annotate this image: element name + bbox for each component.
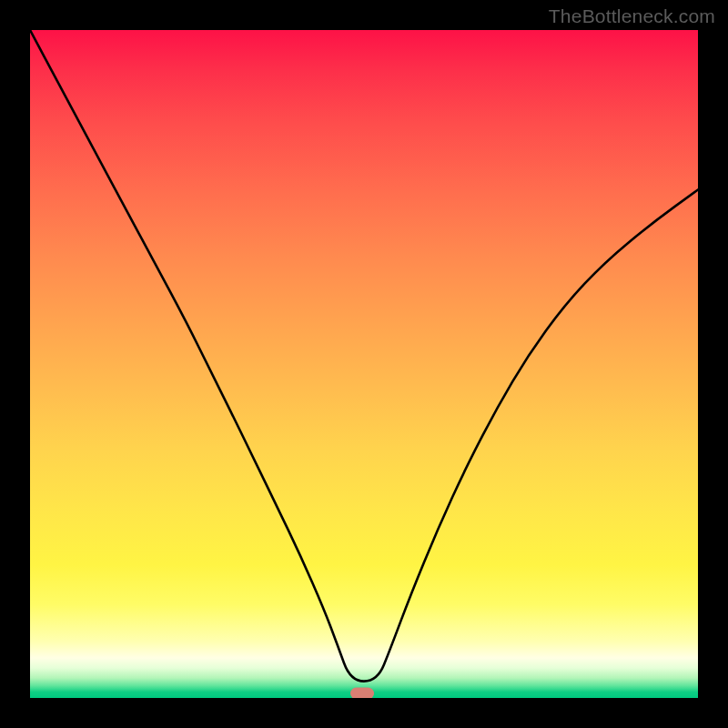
plot-area <box>30 30 698 698</box>
chart-frame: TheBottleneck.com <box>0 0 728 728</box>
attribution-text: TheBottleneck.com <box>549 5 715 27</box>
bottleneck-curve <box>30 30 698 698</box>
